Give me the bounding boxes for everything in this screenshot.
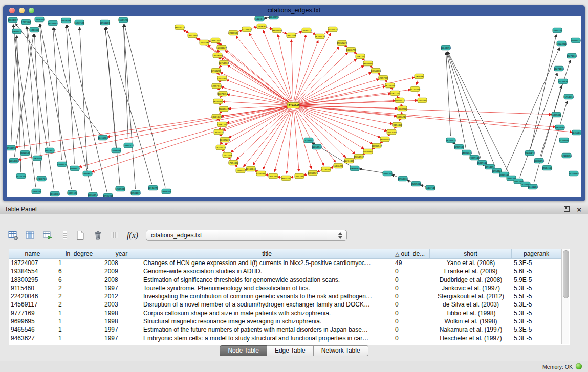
column-header-pagerank[interactable]: pagerank <box>512 249 561 259</box>
graph-edge[interactable] <box>417 93 420 97</box>
graph-node[interactable]: 14522531 <box>328 27 338 32</box>
graph-node[interactable]: 18301021 <box>211 114 222 119</box>
graph-edge[interactable] <box>392 89 393 90</box>
graph-node[interactable]: 18274134 <box>554 66 564 71</box>
graph-node[interactable]: 17760504 <box>559 138 570 143</box>
table-select-dropdown[interactable]: citations_edges.txt <box>146 230 347 241</box>
graph-node[interactable]: 15069229 <box>337 40 347 46</box>
graph-edge[interactable] <box>295 109 324 165</box>
graph-node[interactable]: 12057921 <box>378 75 389 80</box>
graph-edge[interactable] <box>296 108 336 162</box>
graph-edge[interactable] <box>386 81 387 82</box>
graph-node[interactable]: 19059144 <box>469 155 480 160</box>
graph-edge[interactable] <box>219 66 221 68</box>
graph-edge[interactable] <box>223 101 289 105</box>
graph-node[interactable]: 14605334 <box>12 29 23 34</box>
graph-node[interactable]: 16065054 <box>88 192 98 197</box>
graph-node[interactable]: 12274401 <box>344 158 355 163</box>
graph-node[interactable]: 12565084 <box>115 186 126 191</box>
graph-edge[interactable] <box>79 106 290 167</box>
graph-node[interactable]: 16307223 <box>220 137 230 142</box>
graph-edge[interactable] <box>274 110 292 172</box>
graph-edge[interactable] <box>236 36 291 102</box>
column-header-in_degree[interactable]: in_degree <box>56 249 102 259</box>
graph-node[interactable]: 12782441 <box>321 167 332 172</box>
graph-node[interactable]: 18905314 <box>123 143 134 148</box>
graph-node[interactable]: 12650704 <box>9 158 19 163</box>
graph-node[interactable]: 16979197 <box>454 144 465 149</box>
graph-edge[interactable] <box>297 79 379 104</box>
graph-node[interactable]: 15154409 <box>410 86 421 92</box>
graph-edge[interactable] <box>219 89 220 90</box>
graph-node[interactable]: 16649095 <box>269 16 279 19</box>
graph-node[interactable]: 18775719 <box>385 83 396 88</box>
graph-edge[interactable] <box>388 135 388 136</box>
graph-node[interactable]: 17254402 <box>228 160 239 165</box>
graph-node[interactable]: 15184457 <box>303 138 314 143</box>
new-column-icon[interactable] <box>41 228 55 243</box>
graph-node[interactable]: 18957584 <box>380 137 390 142</box>
graph-node[interactable]: 17123448 <box>222 152 233 158</box>
graph-node[interactable]: 15905911 <box>103 193 114 197</box>
graph-edge[interactable] <box>379 73 380 74</box>
delete-icon[interactable] <box>91 228 105 243</box>
graph-edge[interactable] <box>229 107 290 138</box>
graph-edge[interactable] <box>263 109 292 169</box>
graph-node[interactable]: 12726034 <box>242 27 252 32</box>
graph-edge[interactable] <box>447 52 466 148</box>
graph-node[interactable]: 18601284 <box>210 38 221 43</box>
graph-edge[interactable] <box>363 59 365 60</box>
graph-node[interactable]: 18020953 <box>363 61 374 66</box>
graph-node[interactable]: 16648794 <box>441 45 451 50</box>
graph-edge[interactable] <box>107 106 289 137</box>
graph-node[interactable]: 15350254 <box>31 189 42 194</box>
graph-node[interactable]: 10896547 <box>372 143 382 148</box>
graph-node[interactable]: 12004027 <box>216 45 227 50</box>
graph-node[interactable]: 17761771 <box>355 54 366 59</box>
graph-node[interactable]: 21821171 <box>390 91 401 96</box>
graph-edge[interactable] <box>294 110 299 171</box>
graph-node[interactable]: 15441284 <box>528 184 538 189</box>
graph-edge[interactable] <box>220 58 221 59</box>
graph-edge[interactable] <box>40 24 50 146</box>
column-header-year[interactable]: year <box>102 249 141 259</box>
graph-edge[interactable] <box>105 27 116 146</box>
tab-edge-table[interactable]: Edge Table <box>267 345 314 356</box>
graph-node[interactable]: 10317433 <box>215 145 226 150</box>
graph-node[interactable]: 14504071 <box>130 190 141 195</box>
graph-node[interactable]: 16078354 <box>217 91 228 96</box>
graph-node[interactable]: 16012175 <box>175 25 185 30</box>
graph-node[interactable]: 18330704 <box>50 191 60 196</box>
graph-node[interactable]: 11544091 <box>417 98 428 103</box>
graph-node[interactable]: 18253041 <box>268 173 279 179</box>
graph-node[interactable]: 17594344 <box>235 168 246 173</box>
graph-edge[interactable] <box>295 33 331 102</box>
graph-edge[interactable] <box>183 29 189 33</box>
graph-node[interactable]: 15905124 <box>552 28 563 33</box>
graph-node[interactable]: 15147343 <box>16 173 27 179</box>
graph-edge[interactable] <box>253 109 291 165</box>
graph-node[interactable]: 22808184 <box>228 30 239 35</box>
graph-node[interactable]: 17830121 <box>308 170 318 176</box>
graph-edge[interactable] <box>371 66 373 67</box>
table-scrollbar[interactable] <box>561 249 569 344</box>
graph-node[interactable]: 18559302 <box>213 99 224 104</box>
graph-edge[interactable] <box>380 142 382 143</box>
graph-node[interactable]: 18081374 <box>462 150 472 155</box>
graph-node[interactable]: 12905311 <box>57 162 68 167</box>
memory-status-icon[interactable] <box>576 363 582 369</box>
column-header-title[interactable]: title <box>141 249 393 259</box>
graph-node[interactable]: 10970334 <box>61 18 72 23</box>
graph-node[interactable]: 12757112 <box>211 83 222 89</box>
table-row[interactable]: 911546021997Tourette syndrome. Phenomeno… <box>9 284 561 292</box>
graph-edge[interactable] <box>297 86 385 105</box>
graph-edge[interactable] <box>297 73 371 104</box>
graph-edge[interactable] <box>297 106 555 127</box>
graph-edge[interactable] <box>67 25 75 164</box>
graph-node[interactable]: 13210614 <box>397 106 408 111</box>
graph-node[interactable]: 10654104 <box>555 125 565 130</box>
table-row[interactable]: 946554611997Estimation of the future num… <box>9 325 561 334</box>
graph-node[interactable]: 16913374 <box>45 148 55 153</box>
function-icon[interactable]: f(x) <box>125 228 140 243</box>
graph-edge[interactable] <box>454 143 455 144</box>
